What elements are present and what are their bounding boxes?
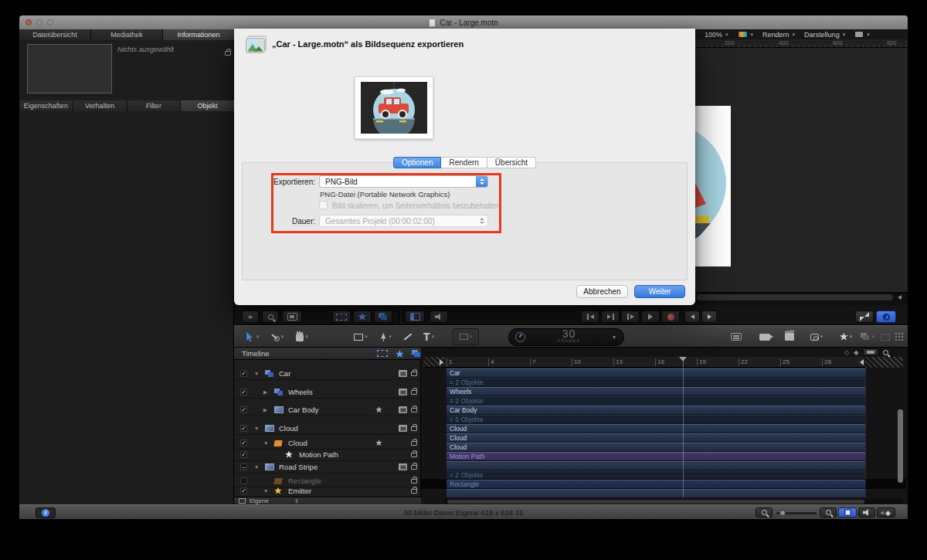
lock-icon[interactable] (411, 426, 417, 431)
zoom-out-button[interactable] (756, 507, 772, 518)
select-tool[interactable]: ▾ (241, 328, 264, 345)
gear-icon[interactable] (375, 406, 382, 413)
layer-checkbox[interactable]: ✓ (240, 370, 247, 377)
disclosure-open-icon[interactable]: ▼ (263, 488, 268, 494)
tab-mediathek[interactable]: Mediathek (91, 29, 162, 40)
settings-button[interactable] (353, 311, 372, 323)
timeline-visibility-icon[interactable] (399, 425, 407, 432)
lock-icon[interactable] (411, 453, 417, 457)
keyframe-outline-icon[interactable]: ◇ (844, 349, 849, 356)
timeline-zoom-icon[interactable] (883, 350, 888, 355)
stepper-icon[interactable]: ⇕ (294, 498, 299, 504)
layer-checkbox[interactable]: – (240, 463, 247, 470)
region-button[interactable] (332, 311, 351, 323)
layer-row-car[interactable]: ✓▼Car (234, 368, 421, 380)
layer-row-road-stripe[interactable]: –▼Road Stripe (234, 461, 421, 473)
gear-icon[interactable] (375, 440, 382, 446)
pen-tool[interactable]: ▾ (374, 328, 397, 345)
track-bar-rectangle[interactable]: Rectangle (447, 480, 865, 488)
lock-icon[interactable] (411, 372, 417, 376)
timeline-hscroll-handle[interactable] (447, 500, 864, 504)
play-button[interactable] (641, 311, 660, 323)
canvas-hscrollbar[interactable] (695, 292, 908, 301)
timeline-visibility-icon[interactable] (399, 370, 407, 377)
frame-rate-display[interactable]: 30 FRAMES ▾ (508, 328, 624, 346)
region-icon[interactable] (377, 350, 388, 357)
tab-informationen[interactable]: Informationen (163, 29, 234, 40)
track-display-button[interactable] (863, 348, 878, 356)
timeline-vscrollbar[interactable] (898, 409, 903, 483)
line-tool[interactable] (399, 328, 417, 345)
snapshot-button[interactable]: ▾ (803, 328, 830, 345)
tab-eigenschaften[interactable]: Eigenschaften (19, 100, 73, 111)
pan-tool[interactable]: ▾ (290, 328, 314, 345)
next-frame-button[interactable] (701, 311, 717, 323)
zoom-in-button[interactable] (820, 507, 837, 518)
gear-icon[interactable] (396, 350, 404, 358)
layer-row-car-body[interactable]: ✓▶Car Body (234, 404, 421, 416)
disclosure-closed-icon[interactable]: ▶ (263, 389, 267, 395)
layer-row-cloud[interactable]: ✓▼Cloud (234, 423, 421, 435)
track-bar-cloud[interactable]: Cloud (447, 424, 865, 433)
channels-menu[interactable]: ▾ (738, 31, 754, 38)
keyframe-icon[interactable]: ◆ (854, 349, 858, 356)
dialog-tab-optionen[interactable]: Optionen (393, 157, 442, 168)
tab-objekt[interactable]: Objekt (181, 100, 234, 111)
fullscreen-button[interactable] (855, 311, 874, 323)
layer-checkbox[interactable]: ✓ (240, 425, 247, 432)
canvas-hscroll-handle[interactable] (697, 294, 893, 300)
previous-frame-button[interactable] (684, 311, 700, 323)
timeline-ruler[interactable]: 14710131619222528 (444, 357, 903, 368)
disclosure-closed-icon[interactable]: ▶ (263, 407, 267, 413)
layer-checkbox[interactable]: ✓ (240, 487, 247, 494)
go-to-end-button[interactable] (601, 311, 620, 323)
layer-row-emitter[interactable]: ✓▼Emitter (234, 485, 421, 497)
preview-window-button[interactable] (725, 328, 748, 345)
playhead-handle[interactable] (679, 357, 687, 361)
track-bar[interactable] (447, 489, 865, 497)
frame-view-button[interactable] (282, 311, 302, 323)
lock-icon[interactable] (411, 479, 417, 484)
track-bar-car-body[interactable]: Car Body (447, 406, 865, 414)
lock-icon[interactable] (411, 408, 417, 412)
track-bar-cloud[interactable]: Cloud (447, 443, 865, 451)
track-bar-2-objekte[interactable]: ≡ 2 Objekte (447, 396, 865, 405)
lock-icon[interactable] (411, 489, 417, 494)
record-button[interactable] (661, 311, 680, 323)
text-tool[interactable]: T▾ (417, 328, 440, 345)
track-bar-2-objekte[interactable]: ≡ 2 Objekte (447, 470, 865, 479)
layer-row-wheels[interactable]: ✓▶Wheels (234, 386, 421, 399)
layer-row-motion-path[interactable]: ✓Motion Path (234, 449, 421, 461)
loop-playback-button[interactable] (876, 311, 896, 323)
tab-verhalten[interactable]: Verhalten (73, 100, 127, 111)
camera-button[interactable] (753, 328, 776, 345)
clapper-button[interactable] (778, 328, 801, 345)
row-height-preset[interactable]: Eigene (250, 497, 269, 504)
track-bar-5-objekte[interactable]: ≡ 5 Objekte (447, 415, 865, 423)
show-audio-button[interactable] (858, 507, 875, 518)
dialog-tab-rendern[interactable]: Rendern (441, 157, 487, 168)
canvas-viewport[interactable] (695, 48, 908, 292)
zoom-tool-button[interactable] (262, 311, 279, 323)
track-bar[interactable] (447, 461, 865, 470)
layers-view-button[interactable] (374, 311, 392, 323)
layer-checkbox[interactable] (240, 477, 247, 484)
layer-checkbox[interactable]: ✓ (240, 451, 247, 458)
scale-checkbox[interactable] (319, 201, 328, 209)
tab-dateiübersicht[interactable]: Dateiübersicht (19, 29, 90, 40)
particles-button[interactable] (893, 328, 905, 345)
layer-checkbox[interactable]: ✓ (240, 440, 247, 446)
mask-tool-disabled[interactable]: ▾ (453, 328, 479, 345)
export-format-popup[interactable]: PNG-Bild (319, 175, 488, 188)
zoom-level-menu[interactable]: 100% ▾ (705, 31, 728, 39)
track-bar-cloud[interactable]: Cloud (447, 433, 865, 442)
dialog-tab-übersicht[interactable]: Übersicht (487, 157, 536, 168)
add-button[interactable]: + (242, 311, 259, 323)
image-mask-button[interactable] (879, 328, 891, 345)
layer-checkbox[interactable]: ✓ (240, 406, 247, 413)
playhead-line[interactable] (683, 357, 684, 497)
tab-filter[interactable]: Filter (127, 100, 181, 111)
timeline-visibility-icon[interactable] (399, 389, 407, 395)
go-to-start-button[interactable] (581, 311, 599, 323)
layer-row-cloud[interactable]: ✓▼Cloud (234, 437, 421, 450)
